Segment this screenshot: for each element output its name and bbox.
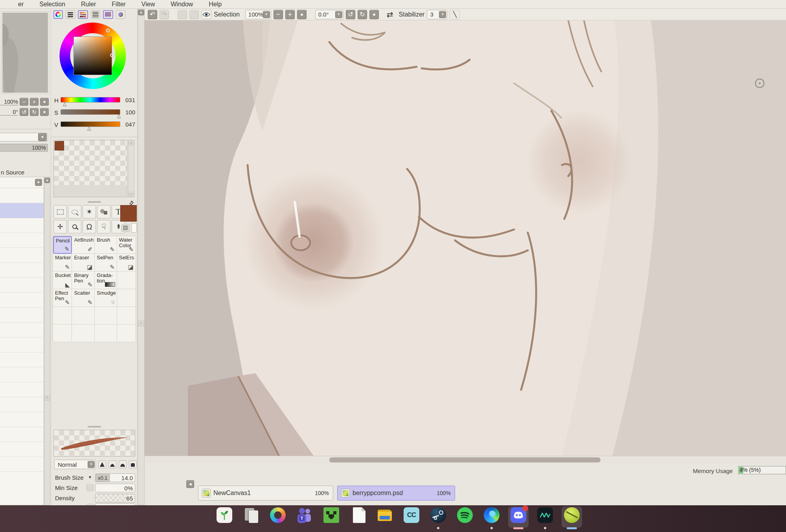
taskbar-spotify-icon[interactable]	[456, 507, 474, 530]
layer-row[interactable]	[0, 218, 44, 233]
panel-scroll-up-icon[interactable]: ▲	[138, 9, 144, 15]
color-wheel[interactable]	[59, 22, 127, 90]
color-wheel-tab[interactable]	[53, 10, 63, 19]
navigator-zoom-in-button[interactable]: +	[30, 98, 39, 106]
layer-row[interactable]	[0, 248, 44, 263]
tool-scatter[interactable]: Scatter✎	[72, 289, 95, 307]
menu-help[interactable]: Help	[208, 0, 222, 8]
layer-list-scrollbar[interactable]: ▲ ▼	[44, 177, 50, 505]
zoom-level-select[interactable]: 100% ▼	[245, 10, 271, 19]
tool-binary-pen[interactable]: Binary Pen✎	[72, 272, 95, 289]
tool-empty-cell[interactable]	[117, 289, 136, 307]
tool-selpen[interactable]: SelPen✎	[95, 254, 117, 272]
tool-empty-cell[interactable]	[117, 272, 136, 289]
tool-marker[interactable]: Marker✎	[53, 254, 72, 272]
zoom-level-dropdown-icon[interactable]: ▼	[263, 11, 270, 18]
layer-scrollbar-down-icon[interactable]: ▼	[44, 395, 50, 401]
blend-mode-dropdown-icon[interactable]: ▼	[38, 133, 47, 141]
taskbar-voicemod-icon[interactable]	[536, 507, 554, 530]
tool-eraser[interactable]: Eraser◪	[72, 254, 95, 272]
layer-opacity-slider[interactable]: 100%	[0, 144, 48, 152]
taskbar-edge-icon[interactable]	[483, 507, 501, 530]
swatch-panel[interactable]	[53, 140, 127, 197]
tool-effect-pen[interactable]: Effect Pen✎	[53, 289, 72, 307]
layer-row[interactable]	[0, 188, 44, 203]
tool-panel-scrollbar[interactable]: ▲ ▼	[138, 9, 145, 505]
layer-row[interactable]	[0, 397, 44, 412]
layer-row[interactable]	[0, 293, 44, 308]
angle-select[interactable]: 0.0° ▼	[315, 10, 343, 19]
invert-selection-button[interactable]	[189, 10, 199, 19]
swatch-scroll-down-icon[interactable]: ▼	[129, 192, 134, 197]
canvas[interactable]	[145, 20, 786, 456]
layer-row[interactable]	[0, 442, 44, 457]
layer-row[interactable]	[0, 352, 44, 367]
panel-scroll-down-icon[interactable]: ▼	[138, 320, 144, 326]
navigator-rotate-cw-button[interactable]: ↻	[30, 108, 39, 116]
paint-mode-dropdown-icon[interactable]: ▼	[88, 461, 95, 468]
rgb-slider-tab[interactable]	[66, 10, 75, 19]
tool-empty-cell[interactable]	[72, 325, 95, 342]
tool-empty-cell[interactable]	[95, 307, 117, 325]
dice-texture-button[interactable]: ⚄	[121, 224, 130, 232]
menu-filter[interactable]: Filter	[111, 0, 127, 8]
hand-tool[interactable]: ☟	[97, 220, 110, 233]
taskbar-file-explorer-icon[interactable]	[376, 507, 394, 530]
document-tab-berryppcomm[interactable]: berryppcomm.psd 100%	[337, 486, 455, 501]
layer-row[interactable]	[0, 263, 44, 278]
navigator-zoom-reset-button[interactable]: ■	[40, 98, 49, 106]
layer-row[interactable]	[0, 427, 44, 442]
min-size-pen-button[interactable]	[86, 484, 94, 491]
tool-selers[interactable]: SelErs◪	[117, 254, 136, 272]
zoom-in-button[interactable]: +	[285, 10, 295, 19]
rotate-reset-button[interactable]: ■	[369, 10, 379, 19]
taskbar-plant-app-icon[interactable]	[215, 507, 233, 530]
rotate-cw-button[interactable]: ↻	[358, 10, 367, 19]
brush-panel-splitter[interactable]	[88, 426, 101, 427]
saturation-slider[interactable]	[61, 109, 120, 115]
magic-wand-tool[interactable]: ✶	[83, 205, 96, 218]
navigator-thumbnail[interactable]	[2, 12, 49, 94]
document-tab-newcanvas1[interactable]: NewCanvas1 100%	[198, 486, 333, 501]
secondary-color-swatch[interactable]	[131, 223, 137, 233]
taskbar-discord-icon[interactable]	[509, 507, 527, 530]
angle-dropdown-icon[interactable]: ▼	[335, 11, 342, 18]
layer-row[interactable]	[0, 308, 44, 323]
brush-tip-flat[interactable]	[129, 460, 137, 468]
layer-row[interactable]	[0, 457, 44, 472]
tool-empty-cell[interactable]	[53, 307, 72, 325]
rect-select-tool[interactable]	[53, 205, 67, 218]
layer-row[interactable]	[0, 412, 44, 427]
layer-row-selected[interactable]	[0, 203, 44, 218]
rotate-canvas-tool[interactable]: Ω	[83, 220, 96, 233]
menu-view[interactable]: View	[141, 0, 156, 8]
menu-selection[interactable]: Selection	[39, 0, 66, 8]
tool-empty-cell[interactable]	[117, 325, 136, 342]
taskbar-minecraft-icon[interactable]	[322, 507, 340, 530]
value-slider-marker[interactable]: △	[87, 126, 91, 130]
layer-row[interactable]	[0, 367, 44, 382]
layer-row[interactable]	[0, 323, 44, 338]
brush-tip-spike[interactable]	[98, 460, 106, 468]
density-slider[interactable]: 65	[95, 494, 135, 503]
zoom-tool[interactable]	[68, 220, 81, 233]
brush-tip-dome[interactable]	[108, 460, 116, 468]
taskbar-notepad-icon[interactable]	[349, 507, 367, 530]
hue-slider[interactable]	[61, 97, 120, 103]
move-tool[interactable]: ✛	[53, 220, 67, 233]
line-quality-button[interactable]: ╲	[450, 10, 460, 19]
tool-airbrush[interactable]: AirBrush✐	[72, 236, 95, 254]
show-selection-button[interactable]	[201, 10, 211, 19]
taskbar-steam-icon[interactable]	[429, 507, 447, 530]
stabilizer-dropdown-icon[interactable]: ▼	[439, 11, 446, 18]
tool-empty-cell[interactable]	[95, 325, 117, 342]
navigator-zoom-out-button[interactable]: −	[20, 98, 28, 106]
brush-size-slider[interactable]: x0.1 14.0	[95, 473, 135, 482]
navigator-rotate-reset-button[interactable]: ■	[40, 108, 49, 116]
swatch-list-tab[interactable]	[91, 10, 100, 19]
taskbar-cc-icon[interactable]: CC	[402, 507, 421, 530]
tool-gradation[interactable]: Grada- tion	[95, 272, 117, 289]
tool-empty-cell[interactable]	[72, 307, 95, 325]
tool-bucket[interactable]: Bucket◣	[53, 272, 72, 289]
layer-row[interactable]	[0, 338, 44, 352]
